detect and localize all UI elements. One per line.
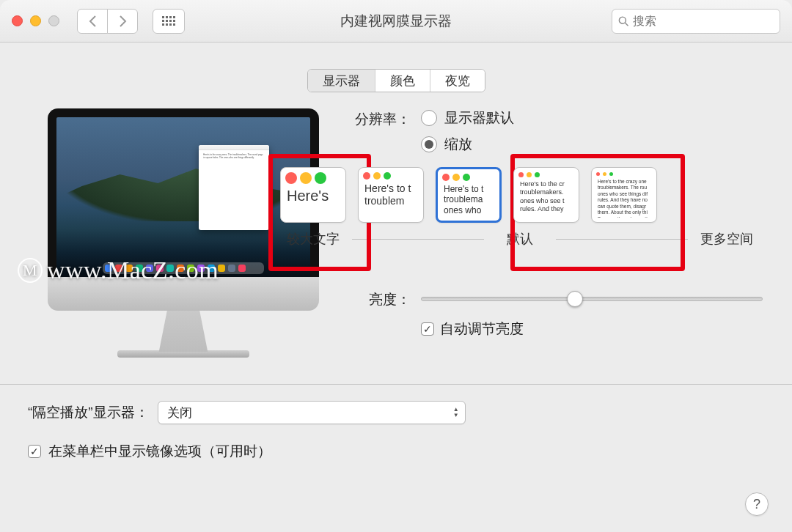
airplay-label: “隔空播放”显示器： (28, 403, 149, 422)
resolution-label: 分辨率： (330, 110, 411, 129)
checkbox-icon: ✓ (421, 322, 434, 336)
radio-default-resolution[interactable]: 显示器默认 (421, 108, 514, 128)
tab-night-shift[interactable]: 夜览 (430, 70, 485, 92)
caption-default: 默认 (487, 230, 553, 248)
scale-option-larger[interactable]: Here's (277, 167, 349, 223)
watermark: Mwww.MacZ.com (18, 256, 219, 284)
traffic-lights (12, 15, 59, 26)
window-title: 内建视网膜显示器 (340, 12, 452, 31)
scale-option-mid1[interactable]: Here's to t troublem (355, 167, 427, 223)
radio-label: 缩放 (444, 135, 472, 154)
checkbox-icon: ✓ (28, 445, 41, 458)
airplay-select[interactable]: 关闭 ▲▼ (158, 401, 466, 424)
tab-color[interactable]: 颜色 (375, 70, 430, 92)
grid-icon (162, 16, 175, 26)
slider-thumb[interactable] (567, 291, 583, 307)
search-icon (618, 15, 628, 27)
titlebar: 内建视网膜显示器 (0, 0, 792, 43)
brightness-label: 亮度： (330, 290, 411, 309)
brightness-row: 亮度： (330, 289, 763, 309)
tab-bar: 显示器 颜色 夜览 (0, 69, 792, 92)
minimize-icon[interactable] (30, 15, 41, 26)
svg-point-0 (619, 17, 626, 23)
stepper-icon: ▲▼ (453, 407, 459, 418)
caption-more-space: 更多空间 (691, 230, 763, 248)
help-button[interactable]: ? (745, 492, 769, 516)
brightness-slider[interactable] (421, 297, 763, 301)
svg-line-1 (625, 23, 628, 26)
tab-display[interactable]: 显示器 (308, 70, 375, 92)
search-field[interactable] (612, 9, 780, 34)
nav-buttons (77, 9, 138, 34)
search-input[interactable] (633, 15, 774, 28)
mirror-label: 在菜单栏中显示镜像选项（可用时） (48, 442, 271, 461)
show-all-button[interactable] (153, 9, 185, 34)
back-button[interactable] (77, 9, 108, 34)
forward-button[interactable] (107, 9, 138, 34)
radio-scaled-resolution[interactable]: 缩放 (421, 135, 514, 154)
scale-option-default[interactable]: Here's to t troublema ones who (433, 167, 505, 223)
auto-brightness-label: 自动调节亮度 (440, 319, 524, 339)
zoom-icon (48, 15, 59, 26)
mirror-checkbox[interactable]: ✓ 在菜单栏中显示镜像选项（可用时） (28, 442, 763, 461)
close-icon[interactable] (12, 15, 23, 26)
auto-brightness-checkbox[interactable]: ✓ 自动调节亮度 (421, 319, 763, 339)
scale-option-more[interactable]: Here's to the crazy one troublemakers. T… (588, 167, 660, 223)
airplay-row: “隔空播放”显示器： 关闭 ▲▼ (28, 401, 763, 424)
caption-larger-text: 较大文字 (277, 230, 349, 248)
scale-option-mid2[interactable]: Here's to the cr troublemakers. ones who… (510, 167, 582, 223)
radio-icon (421, 110, 437, 126)
radio-label: 显示器默认 (444, 108, 514, 128)
airplay-value: 关闭 (167, 404, 192, 421)
document-preview: Here's to the crazy ones. The troublemak… (199, 145, 269, 230)
radio-icon (421, 136, 437, 152)
scale-options: Here'sHere's to t troublemHere's to t tr… (277, 167, 763, 248)
